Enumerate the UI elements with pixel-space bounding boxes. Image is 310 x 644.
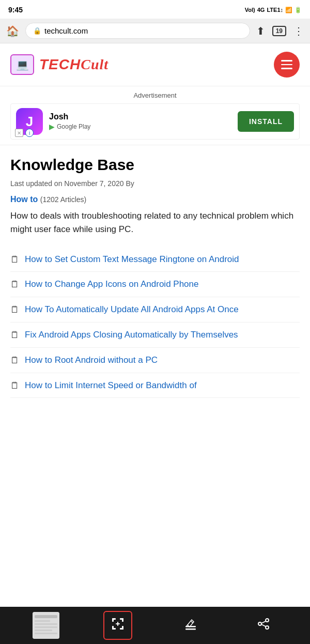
install-button[interactable]: INSTALL <box>238 111 294 132</box>
tabs-button[interactable]: 19 <box>272 26 286 36</box>
svg-line-24 <box>261 624 266 626</box>
share-icon[interactable]: ⬆ <box>256 25 265 37</box>
svg-rect-12 <box>112 626 114 630</box>
share-icon-bottom <box>256 617 271 634</box>
hamburger-line-3 <box>281 68 292 69</box>
lte-icon: LTE1↕ <box>267 7 283 13</box>
status-bar: 9:45 Vol) 4G LTE1↕ 📶 🔋 <box>0 0 310 19</box>
battery-icon: 🔋 <box>295 7 302 13</box>
article-title: Knowledge Base <box>10 156 300 174</box>
hamburger-button[interactable] <box>274 52 300 78</box>
svg-rect-10 <box>122 618 123 622</box>
ad-badges: ✕ i <box>15 129 34 137</box>
network-icon: 4G <box>257 7 265 13</box>
logo-icon: 💻 <box>10 54 34 75</box>
svg-rect-2 <box>35 620 50 622</box>
svg-rect-18 <box>185 628 196 630</box>
status-icons: Vol) 4G LTE1↕ 📶 🔋 <box>245 7 302 13</box>
logo-cult-text: Cult <box>81 56 109 72</box>
article-link-3[interactable]: How To Automatically Update All Android … <box>25 303 239 316</box>
svg-rect-5 <box>35 630 52 631</box>
article-list: 🗒 How to Set Custom Text Message Rington… <box>10 247 300 398</box>
svg-rect-16 <box>117 622 118 626</box>
logo-text: TECHCult <box>39 56 109 73</box>
doc-icon-4: 🗒 <box>10 330 20 341</box>
doc-icon-6: 🗒 <box>10 380 20 391</box>
more-menu-icon[interactable]: ⋮ <box>293 25 304 37</box>
svg-point-20 <box>266 619 269 622</box>
screenshot-button[interactable] <box>103 611 132 640</box>
ad-section: Advertisement J Josh ▶ Google Play INSTA… <box>0 86 310 145</box>
article-link-5[interactable]: How to Root Android without a PC <box>25 354 158 366</box>
doc-icon-3: 🗒 <box>10 304 20 315</box>
article-count: (1202 Articles) <box>40 195 86 204</box>
bottom-nav-thumbnail[interactable] <box>33 612 59 639</box>
svg-point-21 <box>258 622 261 625</box>
article-link-2[interactable]: How to Change App Icons on Android Phone <box>25 278 198 290</box>
article-link-4[interactable]: Fix Android Apps Closing Automatically b… <box>25 329 238 341</box>
list-item: 🗒 Fix Android Apps Closing Automatically… <box>10 323 300 348</box>
page-content: 💻 TECHCult Advertisement J Josh ▶ Google… <box>0 43 310 398</box>
list-item: 🗒 How to Limit Internet Speed or Bandwid… <box>10 373 300 398</box>
doc-icon-1: 🗒 <box>10 254 20 265</box>
ad-store: ▶ Google Play <box>49 122 231 131</box>
svg-rect-4 <box>35 626 57 628</box>
article-link-1[interactable]: How to Set Custom Text Message Ringtone … <box>25 253 239 266</box>
play-store-icon: ▶ <box>49 122 55 131</box>
article-meta: Last updated on November 7, 2020 By <box>10 179 300 188</box>
ad-info: Josh ▶ Google Play <box>49 112 231 131</box>
svg-rect-14 <box>122 626 123 630</box>
url-bar[interactable]: 🔒 techcult.com <box>25 23 250 39</box>
svg-rect-8 <box>112 618 114 622</box>
browser-bar: 🏠 🔒 techcult.com ⬆ 19 ⋮ <box>0 19 310 43</box>
doc-icon-2: 🗒 <box>10 279 20 290</box>
svg-rect-1 <box>35 615 57 618</box>
article-link-6[interactable]: How to Limit Internet Speed or Bandwidth… <box>25 379 197 392</box>
signal-icon: 📶 <box>285 7 292 13</box>
ad-banner: J Josh ▶ Google Play INSTALL ✕ i <box>10 103 300 140</box>
vol-icon: Vol) <box>245 7 255 13</box>
edit-button[interactable] <box>176 611 205 640</box>
edit-icon <box>183 617 198 634</box>
hamburger-line-1 <box>281 60 292 62</box>
article-content: Knowledge Base Last updated on November … <box>0 145 310 398</box>
logo-tech-text: TECH <box>39 56 81 72</box>
ad-label: Advertisement <box>10 91 300 99</box>
list-item: 🗒 How To Automatically Update All Androi… <box>10 297 300 323</box>
hamburger-line-2 <box>281 64 292 66</box>
bottom-nav-bar <box>0 607 310 644</box>
share-button[interactable] <box>249 611 278 640</box>
doc-icon-5: 🗒 <box>10 355 20 366</box>
ad-app-name: Josh <box>49 112 231 121</box>
ad-info-badge[interactable]: i <box>25 129 34 137</box>
svg-point-22 <box>266 626 269 629</box>
browser-actions: ⬆ 19 ⋮ <box>256 25 304 37</box>
status-time: 9:45 <box>8 6 23 14</box>
logo-area: 💻 TECHCult <box>10 54 109 75</box>
ad-close-badge[interactable]: ✕ <box>15 129 23 137</box>
list-item: 🗒 How to Change App Icons on Android Pho… <box>10 272 300 297</box>
ad-store-name: Google Play <box>57 123 90 130</box>
ad-app-initial: J <box>26 114 33 130</box>
thumbnail-preview <box>33 612 59 639</box>
category-link[interactable]: How to <box>10 195 38 204</box>
url-text: techcult.com <box>44 26 88 35</box>
svg-line-19 <box>191 621 193 623</box>
article-description: How to deals with troubleshooting relate… <box>10 209 300 237</box>
home-icon[interactable]: 🏠 <box>6 25 19 37</box>
site-header: 💻 TECHCult <box>0 43 310 86</box>
list-item: 🗒 How to Set Custom Text Message Rington… <box>10 247 300 272</box>
lock-icon: 🔒 <box>33 27 41 35</box>
svg-line-23 <box>261 621 266 623</box>
svg-rect-3 <box>35 623 57 625</box>
list-item: 🗒 How to Root Android without a PC <box>10 348 300 373</box>
screenshot-icon <box>111 617 125 634</box>
svg-rect-6 <box>35 633 57 634</box>
category-line: How to (1202 Articles) <box>10 195 300 204</box>
